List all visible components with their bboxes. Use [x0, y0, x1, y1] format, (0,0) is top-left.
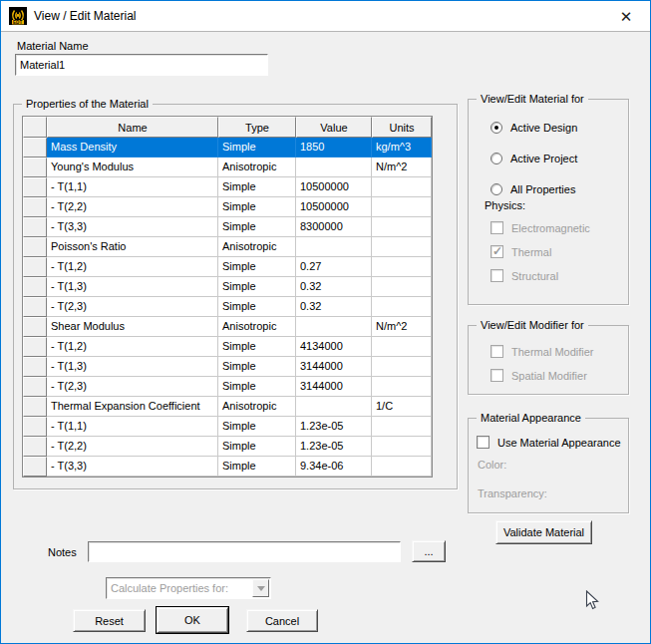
cell-value[interactable]: 1.23e-05 — [296, 417, 372, 437]
table-row[interactable]: - T(1,1)Simple1.23e-05 — [23, 417, 432, 437]
row-header-cell[interactable] — [23, 158, 47, 177]
row-header-cell[interactable] — [23, 317, 47, 337]
cell-units[interactable]: N/m^2 — [372, 158, 432, 177]
cell-value[interactable]: 1.23e-05 — [296, 437, 372, 457]
cell-type[interactable]: Simple — [218, 138, 296, 158]
cell-units[interactable] — [372, 177, 432, 197]
cell-units[interactable] — [372, 277, 432, 297]
table-row[interactable]: - T(2,3)Simple0.32 — [23, 297, 432, 317]
cell-units[interactable] — [372, 257, 432, 277]
row-header-cell[interactable] — [23, 397, 47, 417]
table-row[interactable]: - T(1,1)Simple10500000 — [23, 177, 432, 197]
cell-value[interactable]: 0.32 — [296, 277, 372, 297]
radio-option-active-design[interactable]: Active Design — [490, 122, 577, 134]
radio-option-active-project[interactable]: Active Project — [490, 153, 577, 164]
cell-name[interactable]: - T(2,2) — [47, 197, 218, 217]
cell-value[interactable]: 3144000 — [296, 377, 372, 397]
cell-value[interactable]: 9.34e-06 — [296, 457, 372, 477]
cell-units[interactable] — [372, 237, 432, 257]
row-header-cell[interactable] — [23, 257, 47, 277]
table-row[interactable]: - T(2,2)Simple1.23e-05 — [23, 437, 432, 457]
cell-type[interactable]: Simple — [218, 457, 296, 477]
row-header-cell[interactable] — [23, 457, 47, 477]
row-header-cell[interactable] — [23, 217, 47, 237]
cell-type[interactable]: Simple — [218, 357, 296, 377]
notes-input[interactable] — [88, 541, 401, 562]
row-header-cell[interactable] — [23, 138, 47, 158]
cell-type[interactable]: Anisotropic — [218, 237, 296, 257]
cell-value[interactable] — [296, 317, 372, 337]
cell-type[interactable]: Simple — [218, 417, 296, 437]
row-header-cell[interactable] — [23, 237, 47, 257]
cell-name[interactable]: Mass Density — [47, 138, 218, 158]
table-row[interactable]: Young's ModulusAnisotropicN/m^2 — [23, 158, 432, 177]
cell-value[interactable]: 10500000 — [296, 177, 372, 197]
cell-units[interactable] — [372, 377, 432, 397]
cell-name[interactable]: - T(2,2) — [47, 437, 218, 457]
cell-type[interactable]: Simple — [218, 177, 296, 197]
cell-value[interactable]: 1850 — [296, 138, 372, 158]
row-header-cell[interactable] — [23, 277, 47, 297]
cell-type[interactable]: Simple — [218, 197, 296, 217]
cell-type[interactable]: Simple — [218, 277, 296, 297]
cell-type[interactable]: Simple — [218, 297, 296, 317]
row-header-cell[interactable] — [23, 337, 47, 357]
radio-option-all-properties[interactable]: All Properties — [490, 183, 577, 195]
table-row[interactable]: Thermal Expansion CoefficientAnisotropic… — [23, 397, 432, 417]
cell-units[interactable]: 1/C — [372, 397, 432, 417]
ok-button[interactable]: OK — [157, 607, 228, 633]
cell-units[interactable] — [372, 457, 432, 477]
cell-type[interactable]: Simple — [218, 437, 296, 457]
table-row[interactable]: Mass DensitySimple1850kg/m^3 — [23, 138, 432, 158]
table-row[interactable]: - T(1,2)Simple4134000 — [23, 337, 432, 357]
cell-type[interactable]: Simple — [218, 377, 296, 397]
cell-type[interactable]: Simple — [218, 217, 296, 237]
table-row[interactable]: - T(1,2)Simple0.27 — [23, 257, 432, 277]
cell-name[interactable]: - T(2,3) — [47, 377, 218, 397]
cell-units[interactable] — [372, 357, 432, 377]
cell-name[interactable]: Thermal Expansion Coefficient — [47, 397, 218, 417]
cell-name[interactable]: - T(1,1) — [47, 177, 218, 197]
cell-value[interactable]: 8300000 — [296, 217, 372, 237]
cell-value[interactable]: 0.27 — [296, 257, 372, 277]
table-row[interactable]: - T(3,3)Simple8300000 — [23, 217, 432, 237]
cell-value[interactable]: 4134000 — [296, 337, 372, 357]
cell-name[interactable]: - T(3,3) — [47, 457, 218, 477]
cell-value[interactable]: 3144000 — [296, 357, 372, 377]
table-row[interactable]: - T(1,3)Simple0.32 — [23, 277, 432, 297]
cell-name[interactable]: - T(1,3) — [47, 357, 218, 377]
reset-button[interactable]: Reset — [73, 609, 146, 632]
cancel-button[interactable]: Cancel — [246, 609, 318, 632]
table-row[interactable]: - T(2,2)Simple10500000 — [23, 197, 432, 217]
cell-value[interactable]: 10500000 — [296, 197, 372, 217]
radio-active-project[interactable] — [490, 153, 502, 164]
cell-name[interactable]: - T(1,2) — [47, 257, 218, 277]
radio-active-design[interactable] — [490, 122, 502, 134]
cell-type[interactable]: Anisotropic — [218, 317, 296, 337]
cell-name[interactable]: Young's Modulus — [47, 158, 218, 177]
use-material-appearance-checkbox[interactable] — [477, 436, 489, 449]
table-row[interactable]: Shear ModulusAnisotropicN/m^2 — [23, 317, 432, 337]
cell-units[interactable]: N/m^2 — [372, 317, 432, 337]
cell-type[interactable]: Simple — [218, 257, 296, 277]
cell-units[interactable] — [372, 217, 432, 237]
row-header-cell[interactable] — [23, 417, 47, 437]
cell-type[interactable]: Anisotropic — [218, 158, 296, 177]
material-name-input[interactable] — [15, 54, 268, 76]
cell-value[interactable] — [296, 158, 372, 177]
row-header-cell[interactable] — [23, 197, 47, 217]
notes-browse-button[interactable]: ... — [412, 540, 446, 562]
cell-name[interactable]: - T(1,1) — [47, 417, 218, 437]
cell-value[interactable]: 0.32 — [296, 297, 372, 317]
cell-name[interactable]: Shear Modulus — [47, 317, 218, 337]
table-row[interactable]: - T(3,3)Simple9.34e-06 — [23, 457, 432, 477]
cell-units[interactable] — [372, 297, 432, 317]
row-header-cell[interactable] — [23, 377, 47, 397]
cell-type[interactable]: Anisotropic — [218, 397, 296, 417]
cell-units[interactable] — [372, 337, 432, 357]
close-button[interactable]: ✕ — [610, 5, 642, 29]
row-header-cell[interactable] — [23, 297, 47, 317]
cell-value[interactable] — [296, 397, 372, 417]
cell-type[interactable]: Simple — [218, 337, 296, 357]
row-header-cell[interactable] — [23, 357, 47, 377]
